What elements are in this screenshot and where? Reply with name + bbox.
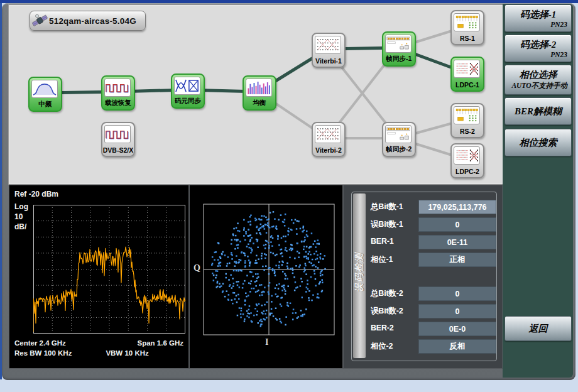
block-label: LDPC-2 [452,168,483,175]
ber-row: 相位-2反相 [371,339,495,353]
sidebar: 码选择-1PN23码选择-2PN23相位选择AUTO不支持手动BER解模糊相位搜… [503,4,573,378]
sidebar-button-2[interactable]: 码选择-2PN23 [504,35,572,62]
satellite-icon [31,12,48,29]
squarewave-icon [104,125,131,143]
error-detection-panel: 误码检测 总Bit数-1179,025,113,776误Bit数-10BER-1… [343,185,503,369]
sidebar-button-label: 码选择-2 [505,39,571,51]
q-axis-label: Q [194,263,200,273]
sidebar-button-sublabel: AUTO不支持手动 [505,81,571,90]
block-label: 码元同步 [172,97,204,106]
spectrum-rbw: Res BW 100 KHz [14,349,72,357]
ber-row-label: 相位-2 [371,341,393,352]
block-label: LDPC-1 [452,81,483,89]
block-label: 中频 [30,100,61,109]
return-button[interactable]: 返回 [504,316,572,341]
block-ldpc2[interactable]: LDPC-2 [450,143,484,178]
block-label: 帧同步-2 [383,145,415,154]
trellis-icon [315,36,341,54]
block-label: 均衡 [244,99,275,107]
spectrum-panel: Ref -20 dBm Log10dB/ Center 2.4 GHz Span… [9,185,189,369]
ber-row-label: 误Bit数-2 [371,306,403,317]
return-button-label: 返回 [505,323,571,335]
sidebar-button-label: BER解模糊 [505,106,571,117]
block-label: Viterbi-1 [313,57,344,65]
spectrum-scale-line: 10 [14,212,28,222]
ber-row-label: 误Bit数-1 [371,219,403,230]
block-rs1[interactable]: RS-1 [450,10,484,45]
block-if[interactable]: 中频 [28,77,62,112]
ber-row: BER-20E-0 [371,322,495,335]
trellis-icon [315,125,341,143]
ber-row-value: 0 [418,304,496,318]
spectrum-span: Span 1.6 GHz [138,339,184,347]
block-frame1[interactable]: 帧同步-1 [382,31,416,67]
ber-row-value: 0 [418,217,496,232]
rs-icon [454,13,480,31]
block-equalizer[interactable]: 均衡 [243,75,276,111]
sidebar-button-1[interactable]: 码选择-1PN23 [504,4,572,32]
block-dvb[interactable]: DVB-S2/X [101,122,135,157]
block-viterbi1[interactable]: Viterbi-1 [312,33,346,68]
ber-row-value: 179,025,113,776 [418,200,496,214]
block-frame2[interactable]: 帧同步-2 [382,122,416,157]
ber-row-label: 总Bit数-2 [371,288,403,299]
error-detection-side-strip: 误码检测 [353,193,366,358]
signal-title-label: 512qam-aircas-5.04G [49,16,136,26]
ber-row-value: 0 [418,286,496,301]
block-diagram-panel: 512qam-aircas-5.04G 中频载波恢复码元同步均衡DVB-S2/X… [8,4,503,185]
block-viterbi2[interactable]: Viterbi-2 [312,122,346,157]
sidebar-button-4[interactable]: BER解模糊 [504,97,572,125]
ber-row-label: 相位-1 [371,254,393,265]
block-label: 载波恢复 [102,99,134,107]
ber-row-value: 0E-11 [418,235,496,249]
ldpc-icon [454,146,480,165]
constellation-panel: Q I [189,185,343,369]
block-label: Viterbi-2 [313,146,344,154]
signal-title-button[interactable]: 512qam-aircas-5.04G [30,11,146,31]
spectrum-vbw: VBW 10 KHz [106,349,148,357]
spectrum-ref-level: Ref -20 dBm [14,190,58,199]
sidebar-button-label: 相位选择 [505,69,571,81]
ber-row-label: BER-1 [371,237,394,246]
ber-row-label: BER-2 [371,324,394,332]
block-label: RS-1 [452,35,483,42]
eye-diagram-icon [174,77,200,95]
ber-row: 总Bit数-1179,025,113,776 [371,200,495,214]
ber-row-value: 0E-0 [418,322,496,336]
spectrum-scale-labels: Log10dB/ [14,202,28,232]
ber-row-value: 反相 [418,339,496,354]
sidebar-button-sublabel: PN23 [505,21,571,28]
sidebar-button-label: 码选择-1 [505,9,571,21]
block-ldpc1[interactable]: LDPC-1 [450,57,484,92]
demodulator-app: 512qam-aircas-5.04G 中频载波恢复码元同步均衡DVB-S2/X… [0,0,578,392]
block-label: DVB-S2/X [102,146,134,154]
ldpc-icon [454,60,480,78]
ber-row-label: 总Bit数-1 [371,202,403,212]
error-detection-box: 误码检测 总Bit数-1179,025,113,776误Bit数-10BER-1… [351,192,497,361]
block-rs2[interactable]: RS-2 [450,103,484,138]
framesync-icon [385,125,412,143]
sidebar-button-3[interactable]: 相位选择AUTO不支持手动 [504,65,572,95]
squarewave-icon [104,79,131,97]
error-detection-title: 误码检测 [354,247,365,297]
framesync-icon [385,35,412,53]
block-label: RS-2 [452,128,483,135]
rs-icon [454,106,480,124]
sidebar-button-label: 相位搜索 [505,137,571,149]
ber-row: 误Bit数-20 [371,304,495,318]
spectrum-scale-line: dB/ [14,222,28,232]
ber-row: 误Bit数-10 [371,217,495,231]
i-axis-label: I [265,337,268,347]
equalizer-icon [246,79,272,97]
spectrum-plot [33,205,186,335]
sidebar-button-5[interactable]: 相位搜索 [504,129,572,156]
ber-row: 相位-1正相 [371,253,495,266]
ber-row-value: 正相 [418,253,496,267]
block-carrier[interactable]: 载波恢复 [101,75,135,111]
sidebar-button-sublabel: PN23 [505,51,571,58]
block-symsync[interactable]: 码元同步 [171,74,205,109]
block-label: 帧同步-1 [383,55,415,63]
spectrum-center-freq: Center 2.4 GHz [14,339,66,347]
spectrum-icon [31,80,58,98]
ber-row: BER-10E-11 [371,235,495,249]
